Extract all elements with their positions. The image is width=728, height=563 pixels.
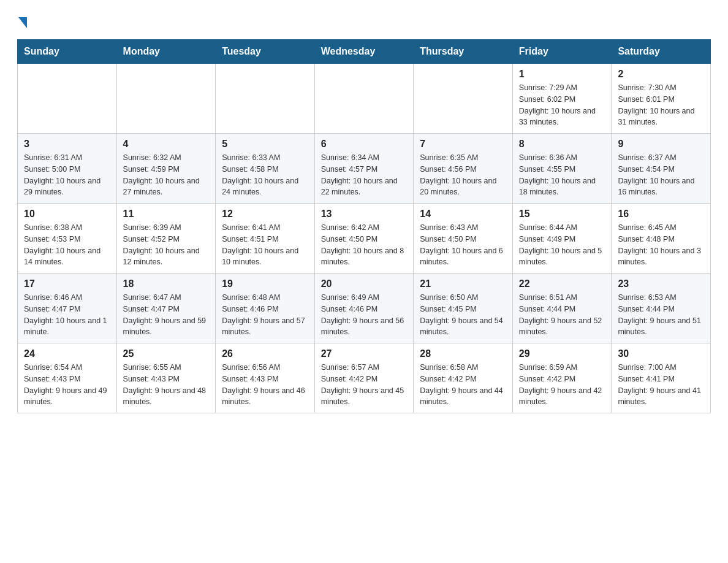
calendar-cell: 2Sunrise: 7:30 AMSunset: 6:01 PMDaylight… (612, 64, 711, 134)
calendar-header-row: SundayMondayTuesdayWednesdayThursdayFrid… (18, 40, 711, 64)
calendar-cell: 3Sunrise: 6:31 AMSunset: 5:00 PMDaylight… (18, 134, 117, 204)
calendar-cell: 5Sunrise: 6:33 AMSunset: 4:58 PMDaylight… (216, 134, 315, 204)
day-number: 14 (420, 209, 506, 220)
day-number: 23 (618, 278, 704, 289)
calendar-cell: 18Sunrise: 6:47 AMSunset: 4:47 PMDayligh… (116, 274, 216, 343)
calendar-cell: 27Sunrise: 6:57 AMSunset: 4:42 PMDayligh… (314, 343, 414, 413)
day-sun-info: Sunrise: 7:30 AMSunset: 6:01 PMDaylight:… (618, 82, 704, 128)
calendar-cell: 20Sunrise: 6:49 AMSunset: 4:46 PMDayligh… (314, 274, 414, 343)
calendar-cell: 13Sunrise: 6:42 AMSunset: 4:50 PMDayligh… (314, 204, 414, 274)
calendar-cell: 23Sunrise: 6:53 AMSunset: 4:44 PMDayligh… (612, 274, 711, 343)
calendar-cell: 8Sunrise: 6:36 AMSunset: 4:55 PMDaylight… (512, 134, 612, 204)
day-number: 28 (420, 348, 506, 359)
day-number: 4 (123, 139, 210, 150)
day-of-week-header: Friday (512, 40, 612, 64)
day-number: 27 (321, 348, 408, 359)
calendar-cell: 15Sunrise: 6:44 AMSunset: 4:49 PMDayligh… (512, 204, 612, 274)
week-row: 10Sunrise: 6:38 AMSunset: 4:53 PMDayligh… (18, 204, 711, 274)
day-sun-info: Sunrise: 6:46 AMSunset: 4:47 PMDaylight:… (24, 292, 110, 338)
day-sun-info: Sunrise: 6:36 AMSunset: 4:55 PMDaylight:… (519, 152, 605, 198)
week-row: 1Sunrise: 7:29 AMSunset: 6:02 PMDaylight… (18, 64, 711, 134)
day-number: 5 (222, 139, 308, 150)
calendar-cell: 12Sunrise: 6:41 AMSunset: 4:51 PMDayligh… (216, 204, 315, 274)
day-number: 29 (519, 348, 605, 359)
calendar-cell: 1Sunrise: 7:29 AMSunset: 6:02 PMDaylight… (512, 64, 612, 134)
header (17, 15, 711, 28)
calendar-cell (414, 64, 513, 134)
day-number: 18 (123, 278, 210, 289)
day-sun-info: Sunrise: 6:47 AMSunset: 4:47 PMDaylight:… (123, 292, 210, 338)
day-sun-info: Sunrise: 6:56 AMSunset: 4:43 PMDaylight:… (222, 362, 308, 408)
day-sun-info: Sunrise: 6:50 AMSunset: 4:45 PMDaylight:… (420, 292, 506, 338)
day-sun-info: Sunrise: 6:49 AMSunset: 4:46 PMDaylight:… (321, 292, 408, 338)
day-number: 8 (519, 139, 605, 150)
day-number: 26 (222, 348, 308, 359)
day-number: 15 (519, 209, 605, 220)
day-number: 16 (618, 209, 704, 220)
day-number: 25 (123, 348, 210, 359)
day-sun-info: Sunrise: 6:39 AMSunset: 4:52 PMDaylight:… (123, 222, 210, 268)
day-number: 22 (519, 278, 605, 289)
day-number: 7 (420, 139, 506, 150)
day-number: 24 (24, 348, 110, 359)
day-of-week-header: Wednesday (314, 40, 414, 64)
day-sun-info: Sunrise: 6:41 AMSunset: 4:51 PMDaylight:… (222, 222, 308, 268)
calendar-cell: 10Sunrise: 6:38 AMSunset: 4:53 PMDayligh… (18, 204, 117, 274)
day-of-week-header: Tuesday (216, 40, 315, 64)
week-row: 17Sunrise: 6:46 AMSunset: 4:47 PMDayligh… (18, 274, 711, 343)
day-of-week-header: Thursday (414, 40, 513, 64)
week-row: 24Sunrise: 6:54 AMSunset: 4:43 PMDayligh… (18, 343, 711, 413)
calendar-cell: 26Sunrise: 6:56 AMSunset: 4:43 PMDayligh… (216, 343, 315, 413)
calendar-cell: 22Sunrise: 6:51 AMSunset: 4:44 PMDayligh… (512, 274, 612, 343)
calendar-cell (216, 64, 315, 134)
calendar-cell (116, 64, 216, 134)
logo-arrow-icon (18, 17, 27, 28)
calendar-cell: 24Sunrise: 6:54 AMSunset: 4:43 PMDayligh… (18, 343, 117, 413)
day-sun-info: Sunrise: 6:37 AMSunset: 4:54 PMDaylight:… (618, 152, 704, 198)
day-sun-info: Sunrise: 6:33 AMSunset: 4:58 PMDaylight:… (222, 152, 308, 198)
day-sun-info: Sunrise: 6:57 AMSunset: 4:42 PMDaylight:… (321, 362, 408, 408)
logo (17, 15, 27, 28)
calendar-cell: 21Sunrise: 6:50 AMSunset: 4:45 PMDayligh… (414, 274, 513, 343)
calendar-cell (18, 64, 117, 134)
day-sun-info: Sunrise: 6:43 AMSunset: 4:50 PMDaylight:… (420, 222, 506, 268)
day-sun-info: Sunrise: 6:38 AMSunset: 4:53 PMDaylight:… (24, 222, 110, 268)
calendar-cell: 29Sunrise: 6:59 AMSunset: 4:42 PMDayligh… (512, 343, 612, 413)
calendar-cell: 9Sunrise: 6:37 AMSunset: 4:54 PMDaylight… (612, 134, 711, 204)
day-of-week-header: Saturday (612, 40, 711, 64)
calendar-cell: 19Sunrise: 6:48 AMSunset: 4:46 PMDayligh… (216, 274, 315, 343)
calendar-cell: 14Sunrise: 6:43 AMSunset: 4:50 PMDayligh… (414, 204, 513, 274)
day-number: 13 (321, 209, 408, 220)
calendar-cell: 17Sunrise: 6:46 AMSunset: 4:47 PMDayligh… (18, 274, 117, 343)
calendar-cell: 7Sunrise: 6:35 AMSunset: 4:56 PMDaylight… (414, 134, 513, 204)
day-number: 10 (24, 209, 110, 220)
day-sun-info: Sunrise: 6:42 AMSunset: 4:50 PMDaylight:… (321, 222, 408, 268)
day-number: 6 (321, 139, 408, 150)
calendar-cell: 6Sunrise: 6:34 AMSunset: 4:57 PMDaylight… (314, 134, 414, 204)
calendar-cell (314, 64, 414, 134)
day-of-week-header: Sunday (18, 40, 117, 64)
day-sun-info: Sunrise: 6:58 AMSunset: 4:42 PMDaylight:… (420, 362, 506, 408)
day-number: 21 (420, 278, 506, 289)
calendar-cell: 11Sunrise: 6:39 AMSunset: 4:52 PMDayligh… (116, 204, 216, 274)
day-number: 19 (222, 278, 308, 289)
day-sun-info: Sunrise: 6:51 AMSunset: 4:44 PMDaylight:… (519, 292, 605, 338)
day-sun-info: Sunrise: 6:44 AMSunset: 4:49 PMDaylight:… (519, 222, 605, 268)
logo-general-text (17, 15, 27, 28)
day-sun-info: Sunrise: 7:00 AMSunset: 4:41 PMDaylight:… (618, 362, 704, 408)
week-row: 3Sunrise: 6:31 AMSunset: 5:00 PMDaylight… (18, 134, 711, 204)
day-number: 12 (222, 209, 308, 220)
calendar-cell: 25Sunrise: 6:55 AMSunset: 4:43 PMDayligh… (116, 343, 216, 413)
calendar-cell: 16Sunrise: 6:45 AMSunset: 4:48 PMDayligh… (612, 204, 711, 274)
calendar-cell: 30Sunrise: 7:00 AMSunset: 4:41 PMDayligh… (612, 343, 711, 413)
day-number: 1 (519, 69, 605, 80)
day-sun-info: Sunrise: 6:55 AMSunset: 4:43 PMDaylight:… (123, 362, 210, 408)
day-sun-info: Sunrise: 6:35 AMSunset: 4:56 PMDaylight:… (420, 152, 506, 198)
day-sun-info: Sunrise: 6:54 AMSunset: 4:43 PMDaylight:… (24, 362, 110, 408)
day-sun-info: Sunrise: 7:29 AMSunset: 6:02 PMDaylight:… (519, 82, 605, 128)
day-number: 17 (24, 278, 110, 289)
calendar-table: SundayMondayTuesdayWednesdayThursdayFrid… (17, 39, 711, 413)
day-sun-info: Sunrise: 6:32 AMSunset: 4:59 PMDaylight:… (123, 152, 210, 198)
day-sun-info: Sunrise: 6:53 AMSunset: 4:44 PMDaylight:… (618, 292, 704, 338)
day-number: 3 (24, 139, 110, 150)
